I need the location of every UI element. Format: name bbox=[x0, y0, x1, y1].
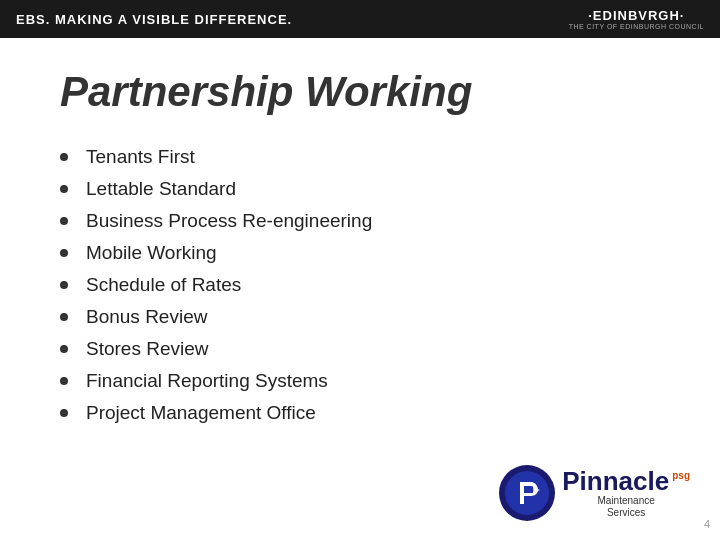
pinnacle-logo-area: Pinnacle psg Maintenance Services bbox=[498, 464, 690, 522]
list-item: Financial Reporting Systems bbox=[60, 370, 660, 392]
bullet-dot bbox=[60, 409, 68, 417]
page-title: Partnership Working bbox=[60, 68, 660, 116]
pinnacle-name: Pinnacle bbox=[562, 468, 669, 494]
list-item: Schedule of Rates bbox=[60, 274, 660, 296]
page-number: 4 bbox=[704, 518, 710, 530]
list-item-text: Stores Review bbox=[86, 338, 209, 360]
list-item-text: Business Process Re-engineering bbox=[86, 210, 372, 232]
list-item-text: Lettable Standard bbox=[86, 178, 236, 200]
header-bar: EBS. MAKING A VISIBLE DIFFERENCE. ·EDINB… bbox=[0, 0, 720, 38]
edinburgh-logo: ·EDINBVRGH· THE CITY OF EDINBURGH COUNCI… bbox=[569, 8, 704, 30]
list-item-text: Project Management Office bbox=[86, 402, 316, 424]
bullet-dot bbox=[60, 281, 68, 289]
list-item: Tenants First bbox=[60, 146, 660, 168]
list-item-text: Tenants First bbox=[86, 146, 195, 168]
pinnacle-text-group: Pinnacle psg Maintenance Services bbox=[562, 468, 690, 519]
list-item: Mobile Working bbox=[60, 242, 660, 264]
bullet-dot bbox=[60, 249, 68, 257]
edinburgh-subtitle: THE CITY OF EDINBURGH COUNCIL bbox=[569, 23, 704, 30]
list-item: Project Management Office bbox=[60, 402, 660, 424]
bullet-dot bbox=[60, 153, 68, 161]
list-item: Business Process Re-engineering bbox=[60, 210, 660, 232]
main-content: Partnership Working Tenants FirstLettabl… bbox=[0, 38, 720, 454]
header-tagline: EBS. MAKING A VISIBLE DIFFERENCE. bbox=[16, 12, 292, 27]
list-item-text: Financial Reporting Systems bbox=[86, 370, 328, 392]
pinnacle-psg: psg bbox=[672, 470, 690, 481]
pinnacle-icon bbox=[498, 464, 556, 522]
list-item: Stores Review bbox=[60, 338, 660, 360]
list-item: Lettable Standard bbox=[60, 178, 660, 200]
bullet-dot bbox=[60, 217, 68, 225]
list-item-text: Mobile Working bbox=[86, 242, 217, 264]
list-item: Bonus Review bbox=[60, 306, 660, 328]
bullet-dot bbox=[60, 345, 68, 353]
bullet-dot bbox=[60, 377, 68, 385]
bullet-dot bbox=[60, 313, 68, 321]
bullet-dot bbox=[60, 185, 68, 193]
edinburgh-logo-text: ·EDINBVRGH· bbox=[588, 8, 684, 23]
bullet-list: Tenants FirstLettable StandardBusiness P… bbox=[60, 146, 660, 424]
pinnacle-maintenance: Maintenance Services bbox=[562, 495, 690, 519]
list-item-text: Schedule of Rates bbox=[86, 274, 241, 296]
list-item-text: Bonus Review bbox=[86, 306, 207, 328]
